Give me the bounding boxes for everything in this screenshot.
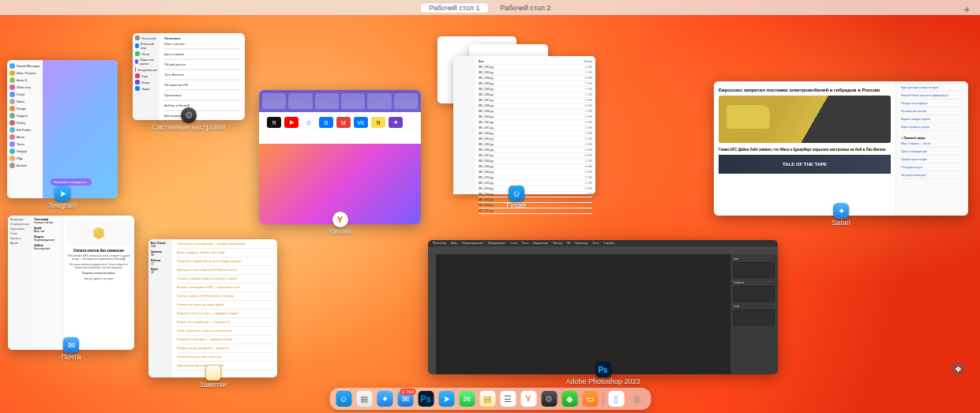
photoshop-toolbar[interactable]: [428, 254, 436, 374]
yandex-tile[interactable]: G: [302, 117, 316, 128]
settings-sidebar-item[interactable]: Уведомления: [135, 67, 157, 72]
settings-sidebar-item[interactable]: Основные: [135, 36, 157, 40]
photoshop-menu-item[interactable]: 3D: [567, 242, 570, 245]
mail-message-row[interactable]: GitHubSecurity alert: [34, 244, 60, 250]
telegram-chat-row[interactable]: Anna K.: [9, 77, 40, 83]
mail-folder[interactable]: Архив: [10, 242, 29, 245]
settings-row[interactable]: Язык и регион: [164, 42, 240, 46]
telegram-chat-row[interactable]: Sergey: [9, 148, 40, 154]
finder-file-row[interactable]: IMG_2035.jpg2,7 МБ: [479, 87, 592, 92]
finder-file-row[interactable]: IMG_2042.jpg2,9 МБ: [479, 126, 592, 131]
window-thumb-photoshop[interactable]: PhotoshopФайлРедактированиеИзображениеСл…: [428, 240, 778, 385]
photoshop-menu-item[interactable]: Photoshop: [433, 242, 446, 245]
settings-row[interactable]: Обновление ПО: [164, 83, 240, 87]
finder-file-row[interactable]: IMG_2041.jpg2,0 МБ: [479, 120, 592, 126]
yandex-tile[interactable]: Я: [371, 117, 385, 128]
yandex-tile[interactable]: M: [336, 117, 351, 128]
mail-message-row[interactable]: ЯндексПодтверждение: [34, 235, 60, 242]
telegram-chat-row[interactable]: Olga: [9, 156, 40, 161]
window-thumb-safari[interactable]: Евросоюз запретил поставки электромобиле…: [714, 81, 968, 227]
notes-line[interactable]: Позвонить в сервисный центр по поводу но…: [177, 260, 272, 263]
add-space-button[interactable]: ＋: [962, 2, 972, 17]
dock[interactable]: ☺▦✦✉2 764Ps➤✉▤☰Y⚙◆▭▯🗑: [329, 388, 651, 410]
telegram-chat-row[interactable]: Design: [9, 106, 40, 111]
photoshop-panels[interactable]: ЦветСвойстваСлои: [730, 254, 778, 374]
photoshop-panel-body[interactable]: [734, 310, 775, 325]
finder-file-row[interactable]: IMG_2045.jpg1,8 МБ: [479, 142, 592, 148]
notes-line[interactable]: Встреча с командой в 15:00 — подготовить…: [177, 286, 272, 289]
dock-icon-mail[interactable]: ✉2 764: [397, 391, 413, 407]
finder-file-row[interactable]: IMG_2031.jpg2,4 МБ: [479, 65, 592, 70]
mail-folder[interactable]: Корзина: [10, 237, 29, 240]
finder-sidebar[interactable]: [453, 56, 475, 194]
window-thumb-mail[interactable]: ВходящиеОтправленныеЧерновикиСпамКорзина…: [8, 216, 134, 361]
telegram-chat-row[interactable]: Pavel: [9, 92, 40, 97]
finder-file-row[interactable]: IMG_2047.jpg2,6 МБ: [479, 153, 592, 159]
finder-file-row[interactable]: IMG_2053.jpg2,8 МБ: [479, 186, 592, 192]
yandex-tile[interactable]: Я: [267, 117, 281, 128]
dock-icon-trash[interactable]: 🗑: [629, 391, 644, 407]
notes-body[interactable]: Список дел на понедельник — обновить пре…: [172, 239, 277, 377]
finder-file-row[interactable]: IMG_2052.jpg2,1 МБ: [479, 181, 592, 186]
finder-window-front[interactable]: ИмяРазмерIMG_2031.jpg2,4 МБIMG_2032.jpg2…: [453, 56, 595, 194]
dock-icon-settings[interactable]: ⚙: [541, 391, 557, 407]
dock-icon-pages[interactable]: ▭: [582, 391, 598, 407]
mail-message-row[interactable]: ТинькоффОплата счетов: [34, 218, 60, 224]
notes-line[interactable]: Резервная копия фото — проверить iCloud: [177, 338, 272, 341]
safari-side-link[interactable]: Карта пробок в городе: [901, 126, 963, 131]
yandex-speed-dial[interactable]: Я▶GВMVKЯ★: [259, 112, 421, 144]
photoshop-menu-item[interactable]: Выделение: [533, 242, 548, 245]
photoshop-menu-item[interactable]: Изображение: [488, 242, 505, 245]
mission-control-hint-icon[interactable]: ❖: [952, 362, 964, 375]
notes-line[interactable]: Купить продукты: молоко, хлеб, яйца: [177, 251, 272, 254]
photoshop-panel-body[interactable]: [734, 286, 775, 302]
photoshop-canvas[interactable]: [436, 254, 730, 374]
finder-file-row[interactable]: IMG_2051.jpg2,7 МБ: [479, 175, 592, 181]
telegram-chat-row[interactable]: Saved Messages: [9, 63, 40, 69]
settings-sidebar-item[interactable]: Экран: [135, 86, 157, 91]
settings-sidebar-item[interactable]: Внешний вид: [135, 42, 157, 50]
dock-icon-safari[interactable]: ✦: [377, 391, 392, 407]
dock-icon-photoshop[interactable]: Ps: [418, 391, 434, 407]
safari-sidebar[interactable]: Курс доллара и евро сегодняНовый iPhone …: [896, 81, 968, 216]
mail-folder[interactable]: Отправленные: [10, 223, 29, 226]
dock-icon-notes[interactable]: ▤: [479, 391, 495, 407]
settings-sidebar-item[interactable]: Обои: [135, 51, 157, 56]
dock-icon-messages[interactable]: ✉: [459, 391, 475, 407]
finder-file-row[interactable]: IMG_2036.jpg2,2 МБ: [479, 92, 592, 98]
settings-sidebar-item[interactable]: Экранное время: [135, 58, 157, 66]
yandex-tile[interactable]: VK: [354, 117, 368, 128]
notes-folder[interactable]: Все iCloud128: [151, 242, 170, 248]
finder-file-row[interactable]: IMG_2034.jpg1,9 МБ: [479, 81, 592, 87]
safari-live-item[interactable]: Обсуждение дня: [901, 166, 963, 171]
notes-folder[interactable]: Идеи10: [151, 268, 170, 274]
safari-side-link[interactable]: Расписание матчей: [901, 110, 963, 115]
mail-folder[interactable]: Входящие: [10, 218, 29, 221]
safari-side-link[interactable]: Курс доллара и евро сегодня: [901, 86, 963, 92]
photoshop-menu-item[interactable]: Фильтр: [553, 242, 562, 245]
finder-file-row[interactable]: IMG_2037.jpg2,8 МБ: [479, 98, 592, 103]
yandex-tile[interactable]: ▶: [284, 117, 299, 128]
telegram-chat-list[interactable]: Saved MessagesИван ПетровAnna K.Work cha…: [7, 60, 43, 198]
finder-file-row[interactable]: IMG_2043.jpg2,3 МБ: [479, 131, 592, 137]
safari-live-item[interactable]: Пресс-конференция: [901, 150, 963, 156]
notes-line[interactable]: Заметка: пароль от Wi-Fi сменить в пятни…: [177, 295, 272, 298]
dock-icon-telegram[interactable]: ➤: [438, 391, 454, 407]
telegram-chat-row[interactable]: Bot Father: [9, 127, 40, 133]
notes-line[interactable]: Ссылки на документацию по проекту и зада…: [177, 277, 272, 280]
photoshop-menu-item[interactable]: Редактирование: [462, 242, 483, 245]
dock-icon-downloads[interactable]: ▯: [608, 391, 624, 407]
telegram-chat-row[interactable]: Team: [9, 141, 40, 147]
mail-message-row[interactable]: AppleВаш чек: [34, 227, 60, 233]
photoshop-menu-item[interactable]: Окно: [592, 242, 599, 245]
notes-line[interactable]: Книги к прочтению: список из пяти пункто…: [177, 329, 272, 332]
window-thumb-settings[interactable]: ОсновныеВнешний видОбоиЭкранное времяУве…: [133, 33, 245, 131]
settings-row[interactable]: Хранилище: [164, 93, 240, 97]
mail-message-body[interactable]: Оплата счетов без комиссии Оплачивайте Ж…: [63, 216, 134, 350]
yandex-tabbar[interactable]: [259, 90, 421, 112]
settings-row[interactable]: Time Machine: [164, 73, 240, 77]
settings-sidebar-item[interactable]: Звук: [135, 73, 157, 78]
finder-file-row[interactable]: IMG_2033.jpg3,0 МБ: [479, 76, 592, 81]
notes-line[interactable]: Подарки на день рождения — варианты: [177, 347, 272, 350]
space-tab[interactable]: Рабочий стол 1: [421, 3, 487, 13]
